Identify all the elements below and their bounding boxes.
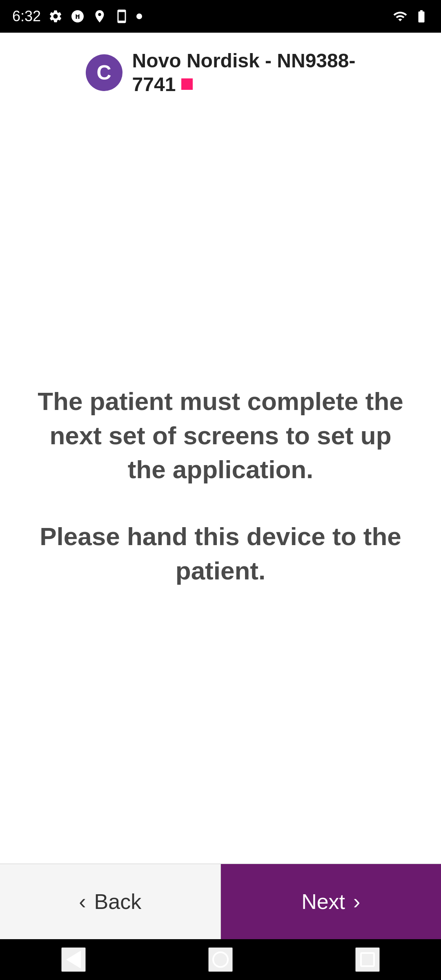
- circle-home-icon: [212, 951, 229, 968]
- battery-icon: [414, 9, 429, 24]
- logo-letter: C: [97, 61, 111, 85]
- app-logo: C: [86, 54, 122, 91]
- android-home-button[interactable]: [208, 947, 233, 972]
- next-button-label: Next: [301, 889, 345, 914]
- next-button[interactable]: Next ›: [221, 864, 441, 939]
- next-chevron-icon: ›: [353, 889, 360, 914]
- wifi-icon: [393, 9, 408, 24]
- screenshot-icon: [114, 9, 129, 24]
- header-title-line2-text: 7741: [132, 73, 176, 96]
- location-icon: [92, 9, 107, 24]
- header: C Novo Nordisk - NN9388- 7741: [0, 33, 441, 108]
- status-right: [393, 9, 429, 24]
- bottom-nav: ‹ Back Next ›: [0, 864, 441, 939]
- android-recent-button[interactable]: [355, 947, 380, 972]
- back-button-label: Back: [94, 889, 142, 914]
- back-chevron-icon: ‹: [79, 889, 86, 914]
- header-title-line2: 7741: [132, 73, 193, 96]
- main-content: The patient must complete the next set o…: [0, 108, 441, 864]
- android-nav-bar: [0, 939, 441, 980]
- status-time: 6:32: [12, 8, 41, 25]
- motorola-icon: [70, 9, 85, 24]
- red-square-indicator: [181, 78, 193, 90]
- settings-icon: [48, 9, 63, 24]
- square-recent-icon: [360, 952, 375, 967]
- status-bar: 6:32: [0, 0, 441, 33]
- status-left: 6:32: [12, 8, 142, 25]
- instruction-text: The patient must complete the next set o…: [33, 384, 408, 487]
- triangle-back-icon: [66, 951, 81, 969]
- header-title-wrapper: Novo Nordisk - NN9388- 7741: [132, 49, 356, 96]
- header-title-line1: Novo Nordisk - NN9388-: [132, 49, 356, 73]
- hand-device-text: Please hand this device to the patient.: [33, 519, 408, 588]
- back-button[interactable]: ‹ Back: [0, 864, 221, 939]
- android-back-button[interactable]: [61, 947, 86, 972]
- dot-indicator: [136, 13, 142, 19]
